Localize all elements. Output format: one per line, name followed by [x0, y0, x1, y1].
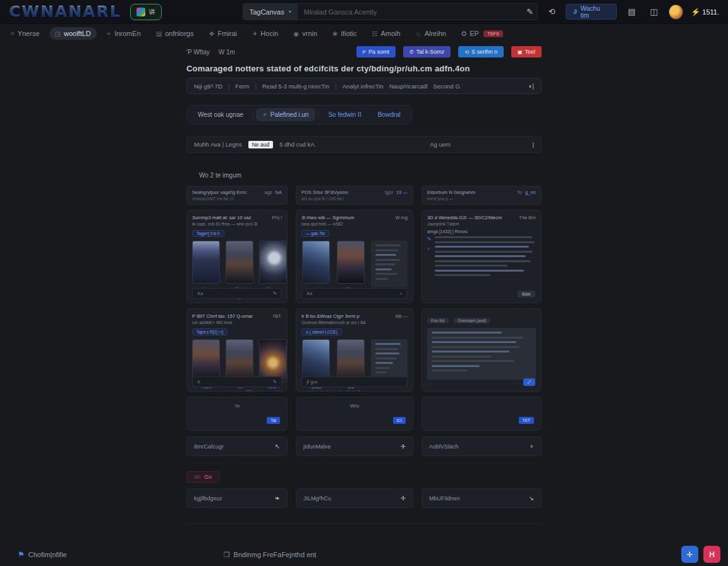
colhead-link-0[interactable]: NA	[276, 190, 282, 195]
tab-so-fedwin[interactable]: So fedwin II	[321, 108, 368, 121]
delete-button[interactable]: ▣Teel	[511, 46, 542, 57]
nav-icon-2: ✧	[106, 30, 111, 37]
prompt-input[interactable]: Aa✎	[192, 288, 282, 299]
accordion-item[interactable]: jIdunMalve✛	[296, 437, 413, 456]
fab-blue-button[interactable]: ✛	[681, 546, 698, 563]
image-thumbnail[interactable]	[192, 339, 220, 382]
card-tag-1[interactable]: Foo thz	[427, 318, 449, 323]
order-button[interactable]: Bder	[518, 291, 535, 298]
filter-item-4[interactable]: Naup/ricarcatll	[389, 83, 428, 90]
nav-item-10[interactable]: ✪EPT6F6	[456, 27, 509, 40]
card-tag[interactable]: Tajra s R[1] I r]	[192, 328, 228, 335]
agent-label[interactable]: Ag uem	[430, 141, 451, 148]
nav-icon-3: ▤	[156, 30, 162, 37]
colhead-link-1[interactable]: 19 —	[396, 190, 408, 195]
tab-bowdral[interactable]: Bowdral	[371, 108, 408, 121]
card-title: 3D d Weredds-G2r — 3D/C2/Mecm	[427, 215, 502, 220]
tab-palefined-active[interactable]: ✓Palefined i.un	[256, 108, 315, 121]
mini-card-button[interactable]: TET	[519, 417, 534, 424]
image-thumbnail[interactable]	[192, 241, 220, 284]
accordion-item[interactable]: 8mrCafcugr➴	[186, 437, 288, 456]
column-header-1[interactable]: POS Srtur 3F3IVysmntg1r19 — sht au goa f…	[296, 186, 413, 205]
column-header-0[interactable]: Seahgrytjuur vagd'lg ErrrcagsNA mnassLGM…	[186, 186, 288, 205]
card-tag[interactable]: — gab 7br	[301, 230, 329, 237]
watch-button[interactable]: ∂ Wachu tim	[566, 4, 617, 20]
config-select[interactable]: 5 dhd cud kA.	[279, 141, 316, 148]
color-grid-icon	[136, 8, 145, 16]
screenshot-card: Foo thz Gnmiuam (and) ⤢	[422, 308, 542, 392]
tab-label-1: Palefined i.un	[270, 111, 309, 118]
leaf-icon: ❧	[275, 495, 280, 502]
nav-item-3[interactable]: ▤onfnlorgs	[150, 27, 200, 40]
image-thumbnail[interactable]	[259, 339, 287, 382]
pen-icon[interactable]: ✎	[522, 4, 537, 20]
mini-card-button[interactable]: ICI	[393, 417, 406, 424]
nav-item-9[interactable]: ♘Alreihn	[410, 27, 452, 40]
refresh-icon[interactable]: ⟲	[544, 4, 559, 20]
config-badge[interactable]: Ne aud	[248, 141, 273, 148]
image-thumbnail[interactable]	[226, 241, 253, 284]
prompt-input[interactable]: A✎	[192, 376, 282, 387]
tab-west-oak[interactable]: West oak ugnae	[191, 108, 250, 121]
filter-item-2[interactable]: Read 5-3 multi-g nirecTin	[262, 83, 329, 90]
prompt-input[interactable]: ∮ guv	[301, 376, 408, 387]
edit-icon[interactable]: ✎	[427, 236, 432, 242]
nav-item-7[interactable]: ❀ifiotic	[327, 27, 362, 40]
energy-counter[interactable]: ⚡ 1511.	[691, 8, 719, 16]
filter-item-1[interactable]: Ferm	[235, 83, 249, 90]
card-tag[interactable]: o ( cdsnnt LCCE)	[301, 328, 342, 335]
chat-icon[interactable]: ◫	[646, 4, 661, 20]
pin-button[interactable]: PPa somt	[356, 46, 396, 57]
filter-item-0[interactable]: Niji g9³·7D	[194, 83, 222, 90]
footer-left-link[interactable]: ⚑ Chofim|nfifie	[18, 550, 67, 559]
search-input[interactable]	[298, 8, 523, 16]
card-tag[interactable]: Tagprr] 0:b 0	[192, 230, 224, 237]
talk-button[interactable]: ✆Tal k-Somz	[403, 46, 451, 57]
nav-item-0[interactable]: ⌗Ynerse	[5, 27, 46, 40]
logo-badge[interactable]: 讲	[130, 4, 162, 20]
subscribe-button[interactable]: ⟲S serthn n	[458, 46, 504, 57]
pen-icon[interactable]: ✎	[273, 291, 277, 296]
search-icon[interactable]: ⌕	[400, 291, 403, 297]
image-thumbnail[interactable]	[226, 339, 253, 382]
meta-item-1[interactable]: 'P Wftay	[186, 49, 210, 56]
image-thumbnail[interactable]	[337, 241, 365, 284]
prompt-input[interactable]: Aa⌕	[301, 288, 408, 299]
user-avatar[interactable]	[669, 4, 683, 20]
go-tag[interactable]: Go	[186, 471, 219, 483]
footer-center-link[interactable]: ❐ Bndinmg FreFaFejnthd ent	[224, 551, 317, 559]
expand-button[interactable]: ⤢	[523, 378, 535, 386]
mini-card-button[interactable]: Tat	[267, 417, 280, 424]
accordion-item[interactable]: MbUFildnen↘	[422, 488, 542, 508]
screens-icon[interactable]: ▤	[624, 4, 639, 20]
nav-item-8[interactable]: ☷Amoih	[367, 27, 406, 40]
filter-item-3[interactable]: Analyt infrecTin	[343, 83, 384, 90]
filter-item-5[interactable]: Second G	[434, 83, 460, 90]
collapse-handle[interactable]: |	[533, 141, 534, 148]
nav-item-1-active[interactable]: ◳woolftLD	[49, 27, 97, 40]
accordion-item[interactable]: AoblVSlach♆	[422, 437, 542, 456]
nav-item-4[interactable]: ❖Fmirai	[203, 27, 243, 40]
log-text-block	[435, 236, 536, 279]
column-header-2[interactable]: Eldorbum N GsrgrwhmTog_mr tmrvt pna g —	[422, 186, 542, 205]
nav-item-6[interactable]: ◉vrnin	[288, 27, 323, 40]
image-thumbnail[interactable]	[302, 339, 330, 382]
subscribe-button-icon: ⟲	[464, 49, 469, 55]
app-logo[interactable]: CWNANARL	[9, 3, 121, 21]
image-thumbnail[interactable]	[302, 241, 330, 284]
fab-red-button[interactable]: H	[703, 546, 720, 563]
filter-toggle-icon[interactable]: ◖|	[528, 82, 534, 90]
nav-item-5[interactable]: ✈Hocin	[246, 27, 284, 40]
accordion-item[interactable]: JILMg²hCu✛	[296, 488, 413, 508]
card-tag-2[interactable]: Gnmiuam (and)	[454, 318, 490, 323]
pen-icon[interactable]: ✎	[273, 379, 277, 385]
image-thumbnail[interactable]	[337, 339, 365, 382]
screenshot-panel[interactable]	[427, 328, 536, 380]
search-scope-dropdown[interactable]: TagCanvas ▾	[243, 4, 298, 20]
search-icon[interactable]: ⌕	[427, 246, 432, 252]
colhead-link-2[interactable]: g_mr	[525, 190, 536, 195]
meta-item-2[interactable]: W 1m	[219, 49, 235, 56]
accordion-item[interactable]: kgjllbdgxuz❧	[186, 488, 288, 508]
image-thumbnail[interactable]	[259, 241, 287, 284]
nav-item-2[interactable]: ✧InromEn	[100, 27, 147, 40]
